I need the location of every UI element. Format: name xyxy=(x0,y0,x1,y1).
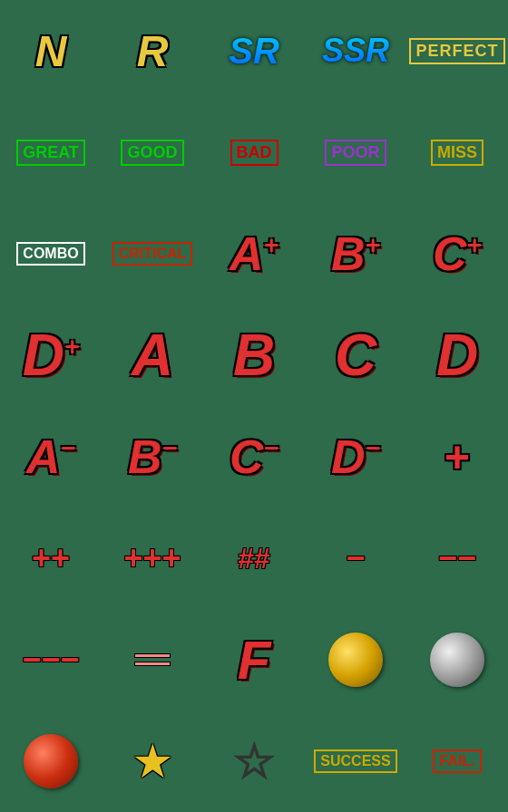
cell-plusplusplus: +++ xyxy=(102,508,203,609)
cplus-label: C+ xyxy=(433,227,482,281)
b-label: B xyxy=(233,322,275,389)
cell-bplus: B+ xyxy=(305,203,406,304)
cell-cplus: C+ xyxy=(406,203,508,304)
outline-star-icon: ☆ xyxy=(233,734,276,788)
miss-label: MISS xyxy=(431,140,484,166)
plusplusplus-label: +++ xyxy=(123,539,181,577)
dash-label: − xyxy=(346,539,365,577)
cell-f: F xyxy=(203,609,305,710)
cell-combo: COMBO xyxy=(0,203,102,304)
equal-dash xyxy=(134,653,171,666)
cell-fail: FAIL. xyxy=(406,710,508,812)
cell-great: GREAT xyxy=(0,102,102,203)
fail-label: FAIL. xyxy=(433,749,481,773)
aminus-label: A− xyxy=(26,430,75,484)
cell-a: A xyxy=(102,304,203,406)
gold-circle-icon xyxy=(328,633,383,687)
cell-dashdash: −− xyxy=(406,508,508,609)
hashhash-label: ## xyxy=(238,542,270,575)
silver-circle-icon xyxy=(430,633,484,687)
success-label: SUCCESS xyxy=(314,749,396,773)
dplus-label: D+ xyxy=(23,322,80,389)
cell-bminus: B− xyxy=(102,406,203,508)
cell-dplus: D+ xyxy=(0,304,102,406)
cell-equaldash xyxy=(102,609,203,710)
cell-aplus: A+ xyxy=(203,203,305,304)
dash-line-bottom xyxy=(134,662,171,666)
r-label: R xyxy=(137,26,169,76)
cell-aminus: A− xyxy=(0,406,102,508)
bad-label: BAD xyxy=(230,140,278,166)
perfect-label: PERFECT xyxy=(409,38,504,64)
cell-bad: BAD xyxy=(203,102,305,203)
plus-only-label: + xyxy=(444,432,470,482)
n-label: N xyxy=(35,26,67,76)
red-circle-icon xyxy=(24,734,78,788)
a-label: A xyxy=(132,322,173,389)
cell-poor: POOR xyxy=(305,102,406,203)
cell-gold-circle xyxy=(305,609,406,710)
dashdash-label: −− xyxy=(438,539,476,577)
cell-plusplus: ++ xyxy=(0,508,102,609)
c-label: C xyxy=(335,322,376,389)
cell-c: C xyxy=(305,304,406,406)
poor-label: POOR xyxy=(325,140,386,166)
cell-dminus: D− xyxy=(305,406,406,508)
great-label: GREAT xyxy=(16,140,85,166)
cell-tripledash: −−− xyxy=(0,609,102,710)
cell-perfect: PERFECT xyxy=(406,0,508,102)
bminus-label: B− xyxy=(128,430,177,484)
gold-star-icon: ★ xyxy=(132,734,174,788)
sr-label: SR xyxy=(229,31,279,72)
cell-sr: SR xyxy=(203,0,305,102)
d-label: D xyxy=(436,322,478,389)
good-label: GOOD xyxy=(121,140,183,166)
cell-hashhash: ## xyxy=(203,508,305,609)
cell-gold-star: ★ xyxy=(102,710,203,812)
plusplus-label: ++ xyxy=(32,539,70,577)
dash-line-top xyxy=(134,653,171,658)
cell-success: SUCCESS xyxy=(305,710,406,812)
cell-cminus: C− xyxy=(203,406,305,508)
cell-b: B xyxy=(203,304,305,406)
aplus-label: A+ xyxy=(230,227,278,281)
cell-ssr: SSR xyxy=(305,0,406,102)
critical-label: CRITICAL xyxy=(112,242,193,266)
combo-label: COMBO xyxy=(16,242,84,266)
cminus-label: C− xyxy=(230,430,278,484)
cell-good: GOOD xyxy=(102,102,203,203)
cell-plus-only: + xyxy=(406,406,508,508)
dminus-label: D− xyxy=(331,430,380,484)
cell-dash: − xyxy=(305,508,406,609)
cell-miss: MISS xyxy=(406,102,508,203)
cell-critical: CRITICAL xyxy=(102,203,203,304)
cell-red-circle xyxy=(0,710,102,812)
cell-outline-star: ☆ xyxy=(203,710,305,812)
bplus-label: B+ xyxy=(331,227,380,281)
ssr-label: SSR xyxy=(322,32,389,70)
cell-r: R xyxy=(102,0,203,102)
cell-n: N xyxy=(0,0,102,102)
f-label: F xyxy=(238,629,271,691)
tripledash-label: −−− xyxy=(22,641,79,679)
cell-silver-circle xyxy=(406,609,508,710)
cell-d: D xyxy=(406,304,508,406)
